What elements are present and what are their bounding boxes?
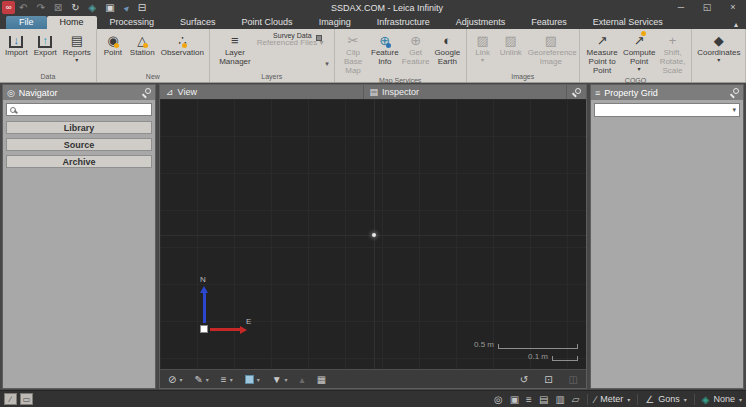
shift-rotate-scale-button[interactable]: + Shift, Rotate, Scale xyxy=(656,30,689,76)
folder-icon[interactable]: ▱ xyxy=(572,394,580,405)
layer-manager-button[interactable]: ≡ Layer Manager xyxy=(212,30,258,72)
layers-tool-button[interactable]: ≡ ▾ xyxy=(221,374,233,385)
layers-toggle-icon[interactable]: ▤ xyxy=(539,394,548,405)
new-station-button[interactable]: △ Station xyxy=(127,30,158,72)
status-tool-1-button[interactable]: ∕ xyxy=(4,393,17,405)
instrument-icon[interactable]: ▣ xyxy=(105,1,114,14)
view-extra-icon[interactable]: ◫ xyxy=(569,374,578,385)
quick-access-toolbar: ↶ ↷ ⊠ ↻ ◈ ▣ ▸ ⊟ xyxy=(19,1,146,14)
property-grid-toggle-icon[interactable]: ≡ xyxy=(526,394,532,405)
get-feature-button[interactable]: ⊕ Get Feature xyxy=(400,30,431,76)
undo-icon[interactable]: ↶ xyxy=(19,1,27,14)
navigator-archive-button[interactable]: Archive xyxy=(6,155,152,168)
chevron-down-icon: ▾ xyxy=(638,67,641,72)
minimize-icon[interactable]: ─ xyxy=(668,0,694,15)
delete-icon[interactable]: ⊠ xyxy=(54,1,62,14)
feature-info-button[interactable]: ⊕ Feature Info xyxy=(369,30,400,76)
redo-icon[interactable]: ↷ xyxy=(36,1,44,14)
sync-icon[interactable]: ↻ xyxy=(71,1,79,14)
snap-tool-button[interactable]: ⊘ ▾ xyxy=(168,374,182,385)
report-toggle-icon[interactable]: ▥ xyxy=(555,394,564,405)
navigator-toggle-icon[interactable]: ◎ xyxy=(494,394,503,405)
app-window: ∞ ↶ ↷ ⊠ ↻ ◈ ▣ ▸ ⊟ SSDAX.COM - Leica Infi… xyxy=(0,0,746,407)
clip-base-map-button[interactable]: ✂ Clip Base Map xyxy=(337,30,370,76)
view-toolbar: ⊘ ▾ ✎ ▾ ≡ ▾ ▾ ▼ ▾ xyxy=(160,369,586,388)
google-earth-button[interactable]: ◐ Google Earth xyxy=(431,30,464,76)
link-image-button[interactable]: ▨ Link ▾ xyxy=(469,30,497,72)
tab-home[interactable]: Home xyxy=(47,16,97,29)
status-bar: ∕ ▭ ◎ ▣ ≡ ▤ ▥ ▱ ∕ Meter ▾ ∠ Gons ▾ ◈ xyxy=(0,390,746,407)
pin-tool-icon[interactable]: ▸ xyxy=(120,1,133,14)
status-tool-2-button[interactable]: ▭ xyxy=(20,393,33,405)
coordinate-system-dropdown[interactable]: ◈ None ▾ xyxy=(702,394,742,405)
globe-info-icon: ⊕ xyxy=(379,31,390,49)
tab-file[interactable]: File xyxy=(6,16,47,29)
rotate-view-icon[interactable]: ↺ xyxy=(520,374,528,385)
tab-adjustments[interactable]: Adjustments xyxy=(443,16,519,29)
pin-icon[interactable] xyxy=(572,88,581,97)
georeference-image-button[interactable]: ▨ Georeference Image xyxy=(525,30,577,72)
chevron-down-icon: ▾ xyxy=(739,396,742,403)
scissors-icon: ✂ xyxy=(348,31,359,49)
property-grid-panel: ≡ Property Grid ▾ xyxy=(590,84,744,389)
title-bar: ∞ ↶ ↷ ⊠ ↻ ◈ ▣ ▸ ⊟ SSDAX.COM - Leica Infi… xyxy=(0,0,746,15)
tab-point-clouds[interactable]: Point Clouds xyxy=(229,16,306,29)
new-observation-button[interactable]: ∴ Observation xyxy=(158,30,207,72)
layer-selector[interactable]: Survey Data Referenced Files ▾ xyxy=(258,30,322,72)
grid-toggle-button[interactable]: ▦ xyxy=(317,374,326,385)
ribbon-group-images: ▨ Link ▾ ▨ Unlink ▨ Georeference Image I… xyxy=(467,29,580,82)
new-point-button[interactable]: ◉ Point xyxy=(99,30,127,72)
panel-icon: ▭ xyxy=(23,395,31,404)
tab-inspector[interactable]: ▤ Inspector xyxy=(364,85,568,99)
chevron-down-icon: ▾ xyxy=(717,58,720,63)
app-logo-icon[interactable]: ∞ xyxy=(2,1,15,14)
reports-icon: ▤ xyxy=(71,31,83,49)
observation-icon: ∴ xyxy=(178,31,186,49)
reports-button[interactable]: ▤ Reports ▾ xyxy=(60,30,94,72)
stack-icon: ≡ xyxy=(221,374,227,385)
restore-icon[interactable]: ◱ xyxy=(694,0,720,15)
image-link-icon: ▨ xyxy=(476,31,488,49)
length-unit-dropdown[interactable]: ∕ Meter ▾ xyxy=(595,394,631,405)
referenced-files-button[interactable]: Referenced Files ▾ xyxy=(257,38,324,47)
pencil-icon: ✎ xyxy=(194,374,202,385)
draw-tool-button[interactable]: ✎ ▾ xyxy=(194,374,208,385)
export-button[interactable]: ↑ Export xyxy=(31,30,60,72)
close-icon[interactable]: × xyxy=(720,0,746,15)
measure-icon: ↗ xyxy=(597,31,608,49)
ribbon-group-new: ◉ Point △ Station ∴ Observation New xyxy=(97,29,210,82)
view-mode-button[interactable]: ▾ xyxy=(245,375,260,384)
zoom-fit-icon[interactable]: ⊡ xyxy=(544,374,552,385)
pin-icon[interactable] xyxy=(142,88,151,97)
stamp-icon[interactable]: ◈ xyxy=(89,1,97,14)
navigator-library-button[interactable]: Library xyxy=(6,121,152,134)
measure-point-to-point-button[interactable]: ↗ Measure Point to Point xyxy=(582,30,623,76)
coordinates-button[interactable]: ◆ Coordinates ▾ xyxy=(694,30,743,72)
inspector-toggle-icon[interactable]: ▣ xyxy=(510,394,519,405)
filter-tool-button[interactable]: ▼ ▾ xyxy=(272,374,288,385)
navigator-source-button[interactable]: Source xyxy=(6,138,152,151)
tab-features[interactable]: Features xyxy=(518,16,580,29)
compute-point-button[interactable]: ↗ Compute Point ▾ xyxy=(622,30,655,76)
layout-icon[interactable]: ⊟ xyxy=(138,1,146,14)
map-canvas[interactable]: N E 0.5 m 0.1 m xyxy=(160,99,586,369)
property-selector[interactable]: ▾ xyxy=(594,103,740,117)
ribbon-collapse-icon[interactable]: ▴ xyxy=(734,20,738,29)
tab-external-services[interactable]: External Services xyxy=(580,16,676,29)
layers-dropdown-button[interactable]: ▾ xyxy=(322,60,332,72)
cube-icon xyxy=(245,375,254,384)
pin-icon[interactable] xyxy=(730,88,739,97)
extra-tool-button[interactable]: ▴ xyxy=(300,374,305,385)
tab-infrastructure[interactable]: Infrastructure xyxy=(364,16,443,29)
search-input[interactable] xyxy=(19,105,148,114)
export-icon: ↑ xyxy=(38,31,52,49)
tab-imaging[interactable]: Imaging xyxy=(306,16,364,29)
import-button[interactable]: ↓ Import xyxy=(2,30,31,72)
navigator-header: ◎ Navigator xyxy=(3,85,155,100)
tab-view[interactable]: ⊿ View xyxy=(160,85,364,99)
tab-surfaces[interactable]: Surfaces xyxy=(167,16,229,29)
unlink-image-button[interactable]: ▨ Unlink xyxy=(497,30,525,72)
angle-unit-dropdown[interactable]: ∠ Gons ▾ xyxy=(645,394,687,405)
ribbon-group-data: ↓ Import ↑ Export ▤ Reports ▾ Data xyxy=(0,29,97,82)
tab-processing[interactable]: Processing xyxy=(97,16,168,29)
